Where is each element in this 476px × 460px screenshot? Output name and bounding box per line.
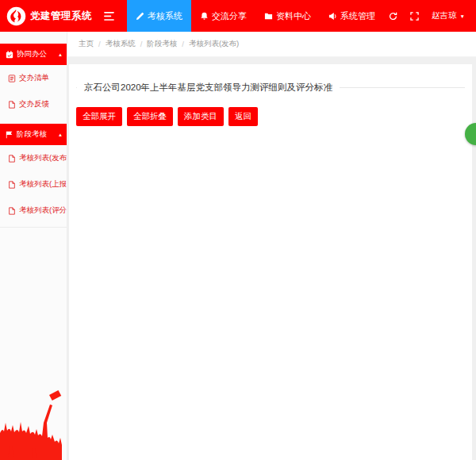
refresh-button[interactable] bbox=[389, 12, 397, 21]
breadcrumb-item-3: 考核列表(发布) bbox=[189, 39, 239, 49]
breadcrumb: 主页/考核系统/阶段考核/考核列表(发布) bbox=[67, 32, 476, 57]
page-title: 京石公司2020年上半年基层党支部领导力测评细则及评分标准 bbox=[77, 82, 340, 94]
pen-icon bbox=[136, 12, 144, 21]
topnav-label: 考核系统 bbox=[148, 10, 182, 22]
list-icon bbox=[8, 75, 16, 82]
fullscreen-icon bbox=[410, 12, 419, 21]
sidebar-section-label: 阶段考核 bbox=[17, 129, 55, 140]
sidebar-section-label: 协同办公 bbox=[17, 49, 55, 59]
caret-down-icon: ▼ bbox=[460, 13, 465, 19]
collapse-caret-icon: ▲ bbox=[58, 132, 63, 137]
horn-icon bbox=[328, 12, 337, 21]
breadcrumb-item-0[interactable]: 主页 bbox=[79, 39, 94, 49]
toolbar-button-2[interactable]: 添加类目 bbox=[178, 107, 224, 126]
topnav-item-2[interactable]: 资料中心 bbox=[255, 0, 320, 32]
sidebar-divider bbox=[0, 227, 67, 228]
sidebar-item-label: 考核列表(评分) bbox=[19, 205, 67, 216]
breadcrumb-item-1[interactable]: 考核系统 bbox=[106, 39, 136, 49]
sidebar-item-0-1[interactable]: 交办反馈 bbox=[0, 91, 67, 117]
user-menu[interactable]: 赵吉琼 ▼ bbox=[432, 10, 465, 21]
sidebar-item-1-1[interactable]: 考核列表(上报) bbox=[0, 171, 67, 197]
app-logo: 党建管理系统 bbox=[0, 0, 97, 32]
party-logo-icon bbox=[6, 6, 26, 26]
doc-icon bbox=[8, 181, 16, 189]
page-title-field: 京石公司2020年上半年基层党支部领导力测评细则及评分标准 bbox=[76, 82, 465, 94]
fullscreen-button[interactable] bbox=[410, 12, 419, 21]
topnav-label: 资料中心 bbox=[276, 10, 311, 22]
collapse-caret-icon: ▲ bbox=[58, 52, 63, 57]
topnav-item-1[interactable]: 交流分享 bbox=[191, 0, 255, 32]
sidebar-item-label: 交办清单 bbox=[19, 73, 49, 83]
sidebar: 协同办公 ▲ 交办清单 交办反馈 阶段考核 ▲ 考核列表(发布) 考核列表(上报… bbox=[0, 32, 67, 460]
toolbar-button-0[interactable]: 全部展开 bbox=[76, 107, 122, 126]
topnav-item-0[interactable]: 考核系统 bbox=[127, 0, 191, 32]
menu-icon bbox=[104, 12, 114, 21]
sidebar-item-1-2[interactable]: 考核列表(评分) bbox=[0, 197, 67, 224]
doc-icon bbox=[8, 155, 16, 163]
bell-icon bbox=[200, 12, 209, 21]
app-title: 党建管理系统 bbox=[30, 10, 92, 23]
collapse-menu-button[interactable] bbox=[97, 0, 121, 32]
breadcrumb-separator: / bbox=[140, 40, 143, 48]
top-header: 党建管理系统 考核系统 交流分享 资料中心 系统管理 赵吉琼 ▼ bbox=[0, 0, 476, 32]
breadcrumb-item-2[interactable]: 阶段考核 bbox=[147, 39, 177, 49]
sidebar-item-0-0[interactable]: 交办清单 bbox=[0, 65, 67, 91]
doc-icon bbox=[8, 101, 16, 109]
username: 赵吉琼 bbox=[432, 10, 457, 21]
sidebar-item-1-0[interactable]: 考核列表(发布) bbox=[0, 145, 67, 171]
header-actions: 赵吉琼 ▼ bbox=[389, 10, 476, 21]
breadcrumb-separator: / bbox=[182, 40, 184, 48]
app-window: 党建管理系统 考核系统 交流分享 资料中心 系统管理 赵吉琼 ▼ bbox=[0, 0, 476, 460]
flag-icon bbox=[6, 131, 13, 139]
crowd-silhouette-graphic bbox=[0, 381, 67, 460]
toolbar-button-3[interactable]: 返回 bbox=[228, 107, 258, 126]
toolbar-button-1[interactable]: 全部折叠 bbox=[127, 107, 173, 126]
topnav-label: 交流分享 bbox=[212, 10, 247, 22]
main-area: 主页/考核系统/阶段考核/考核列表(发布) 京石公司2020年上半年基层党支部领… bbox=[67, 32, 476, 460]
calendar-icon bbox=[6, 51, 13, 59]
topnav-item-3[interactable]: 系统管理 bbox=[320, 0, 384, 32]
sidebar-section-1[interactable]: 阶段考核 ▲ bbox=[0, 124, 67, 145]
toolbar: 全部展开全部折叠添加类目返回 bbox=[76, 107, 465, 126]
top-navigation: 考核系统 交流分享 资料中心 系统管理 bbox=[127, 0, 384, 32]
content-card: 京石公司2020年上半年基层党支部领导力测评细则及评分标准 全部展开全部折叠添加… bbox=[69, 64, 472, 460]
sidebar-item-label: 考核列表(发布) bbox=[19, 153, 67, 163]
folder-icon bbox=[264, 12, 273, 21]
breadcrumb-separator: / bbox=[98, 40, 101, 48]
sidebar-item-label: 交办反馈 bbox=[19, 99, 49, 109]
sidebar-item-label: 考核列表(上报) bbox=[19, 179, 67, 190]
sidebar-section-0[interactable]: 协同办公 ▲ bbox=[0, 44, 67, 65]
doc-icon bbox=[8, 207, 16, 215]
refresh-icon bbox=[389, 12, 397, 21]
topnav-label: 系统管理 bbox=[340, 10, 375, 22]
